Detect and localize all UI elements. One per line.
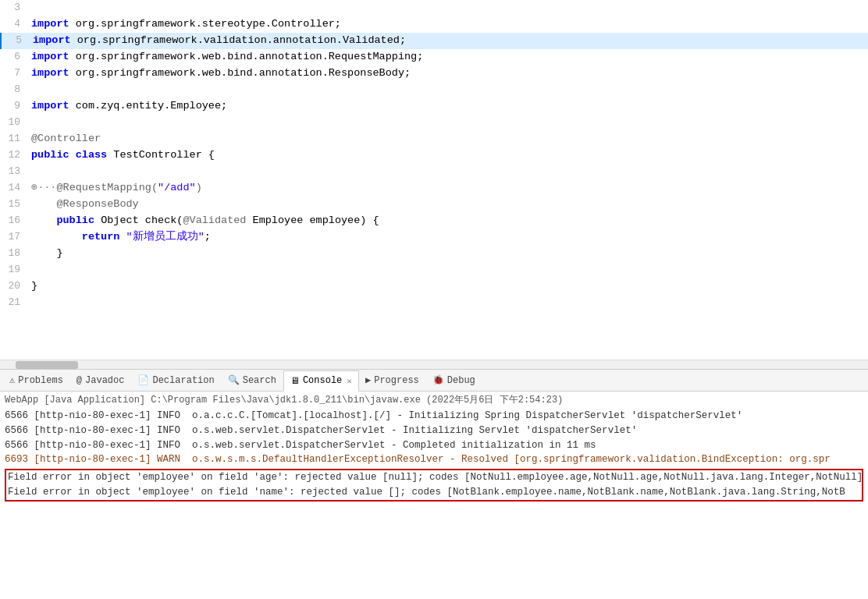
line-content: return "新增员工成功"; xyxy=(28,229,868,246)
tab-declaration[interactable]: 📄Declaration xyxy=(131,370,221,391)
line-number: 12 xyxy=(0,147,28,163)
log-line: 6566 [http-nio-80-exec-1] INFO o.a.c.c.C… xyxy=(5,409,863,424)
tab-bar: ⚠Problems@Javadoc📄Declaration🔍Search🖥Con… xyxy=(0,370,868,392)
code-line: 7import org.springframework.web.bind.ann… xyxy=(0,66,868,82)
code-line: 9import com.zyq.entity.Employee; xyxy=(0,98,868,115)
code-line: 16 public Object check(@Validated Employ… xyxy=(0,213,868,229)
error-line: Field error in object 'employee' on fiel… xyxy=(6,485,862,500)
line-content: @ResponseBody xyxy=(28,197,868,213)
code-line: 6import org.springframework.web.bind.ann… xyxy=(0,49,868,66)
line-number: 17 xyxy=(0,229,28,245)
code-scrollbar[interactable] xyxy=(0,360,868,369)
tab-console[interactable]: 🖥Console✕ xyxy=(283,370,359,392)
line-content: } xyxy=(28,246,868,262)
line-number: 11 xyxy=(0,131,28,147)
scrollbar-thumb[interactable] xyxy=(16,361,78,369)
bottom-panel: ⚠Problems@Javadoc📄Declaration🔍Search🖥Con… xyxy=(0,369,868,599)
line-number: 20 xyxy=(0,278,28,294)
line-number: 18 xyxy=(0,246,28,261)
code-line: 5import org.springframework.validation.a… xyxy=(0,33,868,49)
tab-search[interactable]: 🔍Search xyxy=(222,370,283,391)
line-content: import com.zyq.entity.Employee; xyxy=(28,98,868,115)
log-line: 6566 [http-nio-80-exec-1] INFO o.s.web.s… xyxy=(5,424,863,438)
code-line: 12public class TestController { xyxy=(0,147,868,164)
log-line: 6693 [http-nio-80-exec-1] WARN o.s.w.s.m… xyxy=(5,452,863,467)
line-number: 10 xyxy=(0,115,28,130)
error-block: Field error in object 'employee' on fiel… xyxy=(5,469,863,502)
search-tab-label: Search xyxy=(243,375,276,386)
console-tab-icon: 🖥 xyxy=(290,375,300,387)
line-content: public Object check(@Validated Employee … xyxy=(28,213,868,229)
line-number: 14 xyxy=(0,180,28,196)
code-line: 18 } xyxy=(0,246,868,262)
line-content: public class TestController { xyxy=(28,147,868,164)
console-tab-close[interactable]: ✕ xyxy=(347,376,352,386)
code-line: 19 xyxy=(0,262,868,278)
code-line: 21 xyxy=(0,295,868,311)
code-line: 8 xyxy=(0,82,868,98)
search-tab-icon: 🔍 xyxy=(228,374,240,386)
line-number: 5 xyxy=(2,33,30,48)
problems-tab-label: Problems xyxy=(18,375,63,386)
line-content: } xyxy=(28,278,868,295)
tab-problems[interactable]: ⚠Problems xyxy=(3,370,70,391)
code-content: 34import org.springframework.stereotype.… xyxy=(0,0,868,360)
line-content: ⊕···@RequestMapping("/add") xyxy=(28,180,868,197)
code-line: 14⊕···@RequestMapping("/add") xyxy=(0,180,868,197)
line-number: 21 xyxy=(0,295,28,310)
console-tab-label: Console xyxy=(303,375,342,386)
console-header: WebApp [Java Application] C:\Program Fil… xyxy=(5,393,863,407)
code-editor: 34import org.springframework.stereotype.… xyxy=(0,0,868,369)
line-number: 8 xyxy=(0,82,28,97)
debug-tab-label: Debug xyxy=(447,375,475,386)
tab-debug[interactable]: 🐞Debug xyxy=(426,370,482,391)
line-number: 15 xyxy=(0,197,28,212)
line-content: import org.springframework.web.bind.anno… xyxy=(28,49,868,66)
debug-tab-icon: 🐞 xyxy=(432,374,444,386)
line-number: 4 xyxy=(0,16,28,32)
problems-tab-icon: ⚠ xyxy=(9,374,15,386)
line-content: import org.springframework.stereotype.Co… xyxy=(28,16,868,33)
progress-tab-icon: ▶ xyxy=(365,374,371,386)
tab-progress[interactable]: ▶Progress xyxy=(359,370,426,391)
error-line: Field error in object 'employee' on fiel… xyxy=(6,470,862,485)
javadoc-tab-icon: @ xyxy=(76,375,82,386)
line-content: import org.springframework.validation.an… xyxy=(30,33,868,49)
line-content: import org.springframework.web.bind.anno… xyxy=(28,66,868,82)
log-lines: 6566 [http-nio-80-exec-1] INFO o.a.c.c.C… xyxy=(5,409,863,467)
declaration-tab-icon: 📄 xyxy=(137,374,149,386)
line-number: 16 xyxy=(0,213,28,229)
progress-tab-label: Progress xyxy=(374,375,419,386)
code-line: 13 xyxy=(0,164,868,180)
line-content: @Controller xyxy=(28,131,868,147)
line-number: 13 xyxy=(0,164,28,179)
code-line: 17 return "新增员工成功"; xyxy=(0,229,868,246)
line-number: 6 xyxy=(0,49,28,65)
line-number: 9 xyxy=(0,98,28,114)
javadoc-tab-label: Javadoc xyxy=(85,375,124,386)
declaration-tab-label: Declaration xyxy=(152,375,214,386)
tab-javadoc[interactable]: @Javadoc xyxy=(70,370,132,391)
code-line: 20} xyxy=(0,278,868,295)
line-number: 19 xyxy=(0,262,28,278)
line-number: 3 xyxy=(0,0,28,16)
code-line: 3 xyxy=(0,0,868,16)
code-line: 10 xyxy=(0,115,868,131)
code-line: 11@Controller xyxy=(0,131,868,147)
line-number: 7 xyxy=(0,66,28,81)
code-line: 4import org.springframework.stereotype.C… xyxy=(0,16,868,33)
console-content: WebApp [Java Application] C:\Program Fil… xyxy=(0,392,868,599)
log-line: 6566 [http-nio-80-exec-1] INFO o.s.web.s… xyxy=(5,438,863,453)
code-line: 15 @ResponseBody xyxy=(0,197,868,213)
